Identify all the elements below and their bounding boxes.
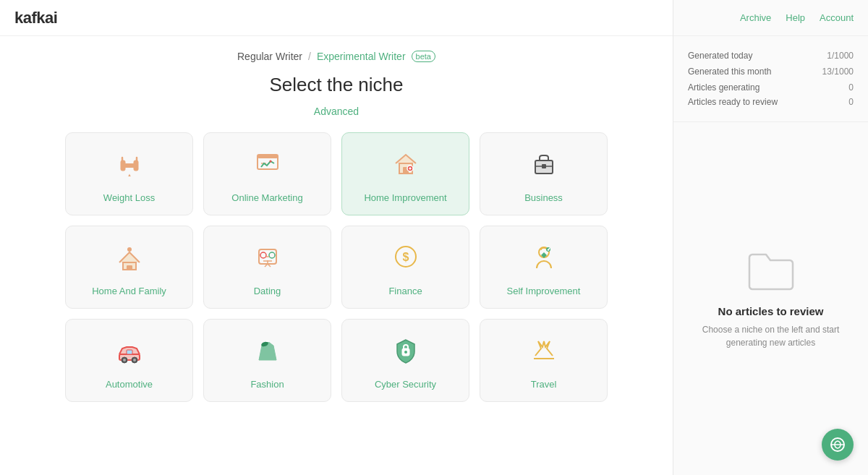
niche-card-dating[interactable]: Dating bbox=[203, 226, 331, 309]
svg-rect-15 bbox=[127, 265, 132, 270]
stat-articles-generating: Articles generating 0 bbox=[688, 82, 854, 93]
svg-point-7 bbox=[269, 161, 271, 163]
niche-label-cyber-security: Cyber Security bbox=[375, 379, 436, 390]
niche-label-home-and-family: Home And Family bbox=[92, 286, 166, 296]
empty-title: No articles to review bbox=[718, 305, 824, 317]
niche-icon-fashion bbox=[252, 334, 284, 370]
articles-generating-value: 0 bbox=[848, 82, 854, 93]
stat-articles-ready: Articles ready to review 0 bbox=[688, 97, 854, 107]
niche-card-business[interactable]: Business bbox=[480, 132, 608, 215]
niche-label-automotive: Automotive bbox=[106, 379, 153, 390]
niche-icon-online-marketing bbox=[252, 147, 284, 184]
svg-rect-13 bbox=[542, 164, 546, 168]
svg-rect-5 bbox=[258, 155, 278, 158]
beta-badge: beta bbox=[412, 51, 435, 62]
niche-card-cyber-security[interactable]: Cyber Security bbox=[341, 319, 469, 402]
niche-card-finance[interactable]: $ Finance bbox=[341, 226, 469, 309]
main-area: kafkai Regular Writer / Experimental Wri… bbox=[0, 0, 673, 475]
sidebar: Archive Help Account Generated today 1/1… bbox=[673, 0, 868, 475]
articles-ready-value: 0 bbox=[848, 97, 854, 107]
experimental-writer-tab[interactable]: Experimental Writer bbox=[317, 51, 406, 62]
niche-card-automotive[interactable]: Automotive bbox=[65, 319, 193, 402]
niche-icon-finance: $ bbox=[390, 241, 422, 277]
niche-label-self-improvement: Self Improvement bbox=[507, 286, 581, 296]
niche-icon-home-and-family bbox=[114, 241, 145, 277]
logo: kafkai bbox=[14, 9, 57, 27]
top-nav: kafkai bbox=[0, 0, 673, 36]
svg-text:▲: ▲ bbox=[127, 173, 132, 177]
niche-icon-home-improvement bbox=[390, 147, 422, 184]
niche-label-business: Business bbox=[524, 192, 563, 203]
fab-button[interactable] bbox=[822, 429, 854, 461]
generated-month-value: 13/1000 bbox=[822, 67, 854, 77]
sidebar-empty-state: No articles to review Choose a niche on … bbox=[673, 122, 868, 475]
niche-card-home-and-family[interactable]: Home And Family bbox=[65, 226, 193, 309]
niche-label-finance: Finance bbox=[388, 286, 422, 296]
generated-today-value: 1/1000 bbox=[827, 51, 854, 61]
advanced-link[interactable]: Advanced bbox=[29, 105, 644, 118]
niche-icon-dating bbox=[252, 241, 284, 277]
niche-label-fashion: Fashion bbox=[250, 379, 284, 390]
niche-icon-travel bbox=[528, 334, 560, 370]
niche-icon-business bbox=[528, 147, 560, 184]
niche-label-weight-loss: Weight Loss bbox=[103, 192, 155, 203]
archive-link[interactable]: Archive bbox=[740, 12, 771, 23]
niche-label-home-improvement: Home Improvement bbox=[364, 192, 446, 203]
folder-icon bbox=[746, 249, 796, 295]
svg-point-32 bbox=[404, 351, 407, 354]
regular-writer-tab[interactable]: Regular Writer bbox=[237, 51, 302, 62]
articles-ready-label: Articles ready to review bbox=[688, 97, 778, 107]
sidebar-nav: Archive Help Account bbox=[673, 0, 868, 36]
help-link[interactable]: Help bbox=[786, 12, 805, 23]
svg-point-19 bbox=[269, 252, 275, 258]
svg-point-28 bbox=[133, 359, 136, 361]
svg-point-26 bbox=[123, 359, 126, 361]
page-title: Select the niche bbox=[29, 74, 644, 96]
niche-label-travel: Travel bbox=[531, 379, 557, 390]
niche-card-self-improvement[interactable]: Self Improvement bbox=[480, 226, 608, 309]
svg-rect-2 bbox=[124, 163, 135, 168]
niche-icon-automotive bbox=[114, 334, 145, 370]
generated-month-label: Generated this month bbox=[688, 67, 771, 77]
tab-separator: / bbox=[308, 51, 311, 62]
writer-tabs: Regular Writer / Experimental Writer bet… bbox=[29, 51, 644, 62]
niche-label-dating: Dating bbox=[254, 286, 281, 296]
niche-card-travel[interactable]: Travel bbox=[480, 319, 608, 402]
svg-rect-29 bbox=[127, 350, 132, 354]
niche-label-online-marketing: Online Marketing bbox=[231, 192, 302, 203]
niche-card-weight-loss[interactable]: ▲ Weight Loss bbox=[65, 132, 193, 215]
svg-text:$: $ bbox=[402, 251, 409, 263]
account-link[interactable]: Account bbox=[820, 12, 854, 23]
articles-generating-label: Articles generating bbox=[688, 82, 760, 93]
empty-desc: Choose a niche on the left and start gen… bbox=[688, 323, 854, 349]
niche-icon-cyber-security bbox=[390, 334, 422, 370]
niche-card-fashion[interactable]: Fashion bbox=[203, 319, 331, 402]
sidebar-stats: Generated today 1/1000 Generated this mo… bbox=[673, 36, 868, 122]
advanced-anchor[interactable]: Advanced bbox=[314, 106, 359, 117]
svg-point-16 bbox=[127, 247, 132, 252]
niche-icon-weight-loss: ▲ bbox=[114, 147, 145, 184]
niche-grid: ▲ Weight Loss Online Marketing Home Impr… bbox=[65, 132, 608, 402]
stat-generated-today: Generated today 1/1000 bbox=[688, 51, 854, 61]
stat-generated-month: Generated this month 13/1000 bbox=[688, 67, 854, 77]
niche-card-online-marketing[interactable]: Online Marketing bbox=[203, 132, 331, 215]
content-area: Regular Writer / Experimental Writer bet… bbox=[0, 36, 673, 475]
svg-point-18 bbox=[260, 252, 266, 258]
generated-today-label: Generated today bbox=[688, 51, 752, 61]
niche-icon-self-improvement bbox=[528, 241, 560, 277]
niche-card-home-improvement[interactable]: Home Improvement bbox=[341, 132, 469, 215]
